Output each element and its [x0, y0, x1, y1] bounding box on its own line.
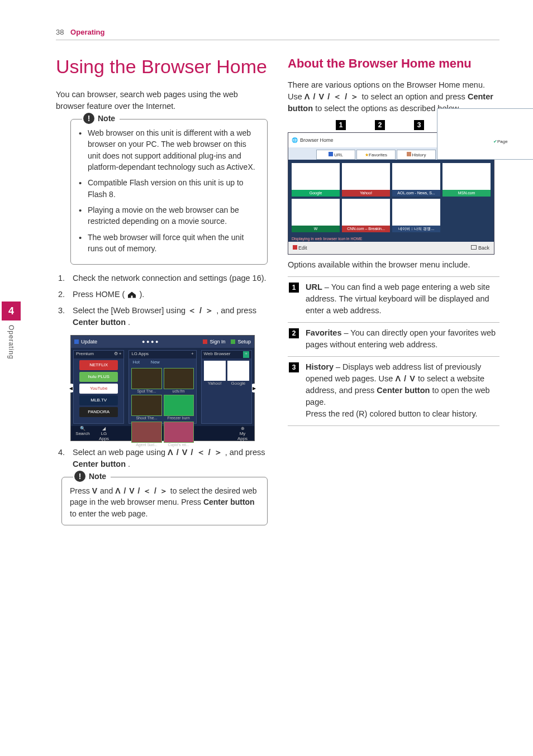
step-3: Select the [Web Browser] using ＜ / ＞ , a… — [56, 305, 268, 328]
step-text: ). — [140, 290, 145, 299]
step-text: Select an web page using — [73, 448, 168, 457]
shot-thumb: AOL.com - News, S... — [392, 190, 440, 197]
option-title: History — [306, 362, 334, 371]
note-label-text: Note — [89, 471, 106, 482]
note-text: and — [100, 486, 115, 495]
home-icon — [127, 291, 137, 299]
step-1: Check the network connection and setting… — [56, 272, 268, 284]
shot-app: uctv.fm — [164, 389, 194, 393]
callout-3-icon: 3 — [414, 120, 424, 130]
page-number: 38 — [56, 28, 64, 36]
shot-thumb: W — [292, 226, 340, 232]
info-icon: ! — [83, 113, 94, 124]
page-header: 38 Operating — [56, 28, 499, 40]
option-desc: – You can find a web page entering a web… — [306, 283, 490, 315]
note-label: ! Note — [82, 113, 120, 124]
down-arrow-icon: V — [92, 486, 98, 495]
shot-back: Back — [478, 245, 489, 251]
step-4: Select an web page using Λ / V / ＜ / ＞ ,… — [56, 447, 268, 470]
options-table: 1 URL – You can find a web page entering… — [288, 276, 499, 426]
info-icon: ! — [74, 471, 85, 482]
shot-lgapps-label: LG Apps — [131, 351, 149, 358]
step-text: , and press — [225, 448, 265, 457]
step-text: . — [128, 460, 130, 468]
shot-hint: Displaying in web browser icon in HOME — [288, 236, 494, 242]
note-item: The web browser will force quit when the… — [79, 232, 259, 255]
shot-myapps-icon: ⊕My Apps — [234, 426, 251, 441]
center-button-label: Center button — [203, 497, 255, 506]
section-name: Operating — [70, 28, 104, 36]
step-2: Press HOME ( ). — [56, 289, 268, 300]
shot-premium-label: Premium — [76, 351, 94, 358]
shot-search-icon: 🔍Search — [74, 426, 91, 441]
shot-site: Yahoo! — [204, 381, 226, 386]
shot-wb-label: Web Browser — [204, 351, 231, 358]
shot-lgapps-icon: ◢LG Apps — [96, 426, 112, 441]
section-title: About the Browser Home menu — [288, 56, 499, 71]
home-menu-screenshot: ◂ ▸ Update ● ● ● ● Sign In Setup Premium… — [70, 335, 255, 441]
callout-2-icon: 2 — [375, 120, 385, 130]
shot-site: Google — [227, 381, 249, 386]
intro-text: to select an option and press — [361, 92, 467, 101]
shot-update: Update — [81, 339, 97, 344]
option-title: Favorites — [306, 328, 341, 337]
page-title: Using the Browser Home — [56, 56, 268, 78]
option-row-favorites: 2 Favorites – You can directly open your… — [288, 322, 499, 356]
shot-app: Shoot The... — [131, 416, 161, 420]
shot-signin: Sign In — [210, 339, 225, 344]
callout-1-icon: 1 — [336, 120, 346, 130]
shot-tab-fav: ★Favorites — [356, 150, 396, 160]
note-text: to enter the web page. — [70, 509, 147, 518]
shot-subtab: New — [151, 360, 160, 365]
note-item: Web browser on this unit is different wi… — [79, 127, 259, 173]
step-text: Select the [Web Browser] using — [73, 306, 188, 315]
option-title: URL — [306, 283, 322, 291]
left-right-arrows-icon: ＜ / ＞ — [188, 306, 214, 315]
option-number-icon: 3 — [289, 362, 299, 372]
shot-title: Browser Home — [300, 137, 334, 143]
shot-tile: NETFLIX — [79, 360, 118, 370]
shot-app: Spot The... — [131, 389, 161, 393]
browser-home-screenshot: 🌐Browser Home URL ★Favorites History ✔Pa… — [288, 132, 494, 255]
shot-app: Cupid's mi... — [164, 443, 194, 447]
shot-thumb: Yahoo! — [342, 190, 390, 197]
shot-tile: MLB.TV — [79, 395, 118, 405]
step-text: Press HOME ( — [73, 290, 125, 299]
note-label-text: Note — [98, 113, 115, 124]
shot-thumb: MSN.com — [442, 190, 491, 197]
nav-arrows-icon: Λ / V / ＜ / ＞ — [168, 448, 223, 457]
shot-tab-url: URL — [316, 150, 355, 160]
center-button-label: Center button — [377, 386, 430, 395]
option-number-icon: 2 — [289, 328, 299, 338]
note-box-2: ! Note Press V and Λ / V / ＜ / ＞ to sele… — [61, 477, 268, 525]
shot-edit: Edit — [298, 245, 307, 251]
center-button-label: Center button — [73, 460, 126, 468]
option-number-icon: 1 — [289, 283, 299, 293]
note-text: Press — [70, 486, 92, 495]
options-caption: Options available within the browser men… — [288, 259, 499, 271]
option-desc: Press the red (R) colored button to clea… — [306, 409, 478, 418]
shot-thumb: 네이버 :: 나의 경쟁... — [392, 226, 440, 232]
shot-subtab: Hot — [132, 360, 139, 365]
option-row-history: 3 History – Displays web address list of… — [288, 356, 499, 426]
center-button-label: Center button — [73, 318, 126, 327]
note-item: Playing a movie on the web browser can b… — [79, 204, 259, 227]
shot-tile: PANDORA — [79, 407, 118, 417]
shot-app: Agent Sud... — [131, 443, 161, 447]
nav-arrows-icon: Λ / V / ＜ / ＞ — [115, 486, 168, 495]
step-text: , and press — [216, 306, 256, 315]
intro-text: You can browser, search web pages using … — [56, 89, 268, 112]
up-down-arrows-icon: Λ / V — [395, 374, 415, 383]
step-text: . — [128, 318, 130, 327]
shot-tile: YouTube — [79, 384, 118, 394]
shot-thumb: CNN.com – Breakin... — [342, 226, 390, 232]
note-label: ! Note — [73, 471, 111, 482]
shot-setup: Setup — [237, 339, 251, 344]
shot-tab-hist: History — [397, 150, 436, 160]
shot-tile: hulu PLUS — [79, 372, 118, 382]
note-item: Compatible Flash version on this unit is… — [79, 177, 259, 200]
shot-tab-page: ✔Page — [437, 108, 533, 160]
shot-thumb: Google — [292, 190, 340, 197]
note-box-1: ! Note Web browser on this unit is diffe… — [70, 119, 268, 265]
nav-arrows-icon: Λ / V / ＜ / ＞ — [304, 92, 360, 101]
